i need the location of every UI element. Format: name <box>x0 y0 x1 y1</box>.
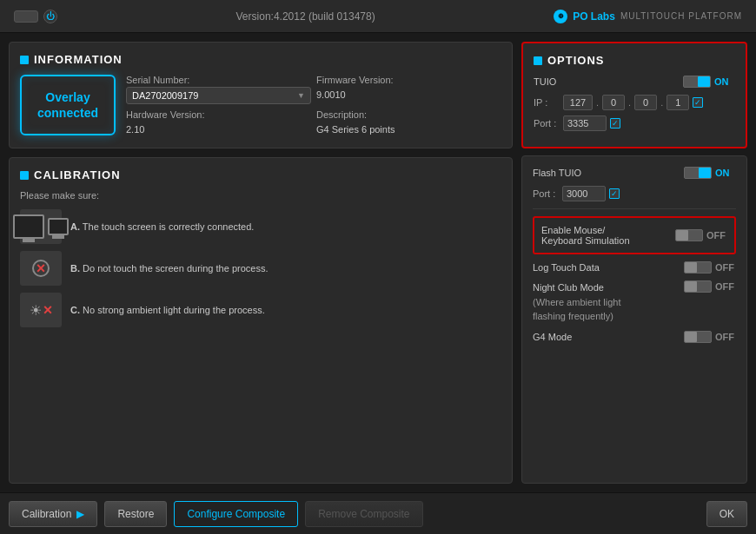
options-title: OPTIONS <box>547 54 605 67</box>
night-club-row: Night Club Mode(Where ambient lightflash… <box>533 280 736 324</box>
mouse-kb-track[interactable] <box>675 229 703 241</box>
monitor-icon <box>13 214 44 239</box>
port-row: Port : ✓ <box>534 115 735 131</box>
description-value: G4 Series 6 points <box>316 122 501 137</box>
x-mark-c: × <box>43 302 53 318</box>
configure-composite-button[interactable]: Configure Composite <box>174 501 298 527</box>
version-text: Version:4.2012 (build 013478) <box>57 10 554 23</box>
calib-step-a: A. The touch screen is correctly connect… <box>20 209 501 244</box>
info-inner: Overlay connected Serial Number: DA27020… <box>20 75 501 137</box>
power-icon: ⏻ <box>46 11 55 21</box>
info-fields: Serial Number: DA2702009179 ▼ Firmware V… <box>126 75 501 137</box>
port-checkbox[interactable]: ✓ <box>610 118 620 129</box>
flash-port-row: Port : ✓ <box>533 186 736 201</box>
mouse-kb-toggle[interactable]: OFF <box>675 229 727 241</box>
info-indicator <box>20 56 29 64</box>
overlay-status-box: Overlay connected <box>20 75 116 135</box>
g4-mode-state: OFF <box>715 332 736 342</box>
tuio-thumb <box>698 76 710 87</box>
log-touch-thumb <box>685 262 697 273</box>
calibration-section: CALIBRATION Please make sure: A. The tou… <box>9 157 513 484</box>
power-button[interactable]: ⏻ <box>43 10 57 23</box>
options-indicator <box>534 56 542 65</box>
flash-tuio-state: ON <box>715 168 736 178</box>
calib-step-a-text: A. The touch screen is correctly connect… <box>70 221 254 232</box>
ok-button[interactable]: OK <box>706 501 747 527</box>
night-club-track[interactable] <box>684 280 712 293</box>
ip-field-4[interactable] <box>666 95 689 110</box>
hardware-field: Hardware Version: 2.10 <box>126 109 311 137</box>
mouse-kb-state: OFF <box>706 230 727 241</box>
ip-checkbox[interactable]: ✓ <box>693 97 703 108</box>
x-mark-b: × <box>36 260 46 276</box>
flash-tuio-label: Flash TUIO <box>533 168 581 178</box>
serial-label: Serial Number: <box>126 75 311 85</box>
hardware-value: 2.10 <box>126 122 311 137</box>
no-touch-circle: × <box>32 260 50 277</box>
flash-port-checkbox[interactable]: ✓ <box>609 188 620 199</box>
serial-input[interactable]: DA2702009179 ▼ <box>126 87 311 104</box>
options-header: OPTIONS <box>534 54 735 67</box>
ip-field-3[interactable] <box>634 95 657 110</box>
g4-mode-label: G4 Mode <box>533 332 572 342</box>
information-section: INFORMATION Overlay connected Serial Num… <box>9 42 513 148</box>
flash-tuio-toggle[interactable]: ON <box>684 167 736 179</box>
options-rest: Flash TUIO ON Port : ✓ Enable Mouse/Keyb… <box>521 155 747 484</box>
ip-label: IP : <box>534 97 560 108</box>
firmware-value: 9.0010 <box>316 87 501 102</box>
monitor-icon-2 <box>48 218 69 235</box>
log-touch-label: Log Touch Data <box>533 262 600 273</box>
calib-icon-c: ☀ × <box>20 293 62 327</box>
calib-step-c-text: C. No strong ambient light during the pr… <box>70 305 265 315</box>
g4-mode-toggle[interactable]: OFF <box>684 331 736 343</box>
ip-field-1[interactable] <box>563 95 593 110</box>
port-label: Port : <box>534 118 560 129</box>
calibration-arrow-icon: ▶ <box>76 508 84 520</box>
window-controls: ⏻ <box>14 10 57 23</box>
information-header: INFORMATION <box>20 53 501 66</box>
information-title: INFORMATION <box>34 53 123 66</box>
calibration-hint: Please make sure: <box>20 190 501 201</box>
brand-name: PO Labs <box>573 10 615 23</box>
bottom-bar: Calibration ▶ Restore Configure Composit… <box>0 492 756 534</box>
restore-button[interactable]: Restore <box>104 501 167 527</box>
mouse-kb-label: Enable Mouse/Keyboard Simulation <box>541 225 630 246</box>
tuio-toggle[interactable]: ON <box>683 76 735 88</box>
calib-icon-a <box>20 209 62 244</box>
mouse-kb-row: Enable Mouse/Keyboard Simulation OFF <box>541 225 727 246</box>
flash-tuio-track[interactable] <box>684 167 712 179</box>
options-section: OPTIONS TUIO ON IP : . . . <box>521 42 747 148</box>
left-panel: INFORMATION Overlay connected Serial Num… <box>9 42 513 484</box>
tuio-state: ON <box>714 76 735 87</box>
mouse-kb-highlight: Enable Mouse/Keyboard Simulation OFF <box>533 216 736 254</box>
divider-1 <box>533 208 736 209</box>
remove-composite-button[interactable]: Remove Composite <box>305 501 422 527</box>
flash-port-field[interactable] <box>562 186 606 201</box>
brand-area: ⊕ PO Labs MULTITOUCH PLATFORM <box>554 10 742 23</box>
ip-field-2[interactable] <box>602 95 625 110</box>
calibration-steps: A. The touch screen is correctly connect… <box>20 209 501 327</box>
night-club-state: OFF <box>715 281 736 292</box>
flash-tuio-row: Flash TUIO ON <box>533 167 736 179</box>
brand-tagline: MULTITOUCH PLATFORM <box>620 11 742 21</box>
log-touch-state: OFF <box>715 262 736 273</box>
port-field[interactable] <box>563 115 607 131</box>
night-club-thumb <box>685 281 697 292</box>
mouse-kb-thumb <box>676 230 688 241</box>
flash-tuio-thumb <box>699 168 711 178</box>
tuio-track[interactable] <box>683 76 711 88</box>
g4-mode-thumb <box>685 332 697 342</box>
g4-mode-track[interactable] <box>684 331 712 343</box>
brand-logo: ⊕ <box>554 10 567 23</box>
night-club-toggle[interactable]: OFF <box>684 280 736 293</box>
log-touch-toggle[interactable]: OFF <box>684 261 736 274</box>
g4-mode-row: G4 Mode OFF <box>533 331 736 343</box>
minimize-button[interactable] <box>14 10 38 23</box>
calibration-title: CALIBRATION <box>34 168 121 181</box>
description-label: Description: <box>316 109 501 120</box>
serial-field: Serial Number: DA2702009179 ▼ <box>126 75 311 104</box>
calib-step-b-text: B. Do not touch the screen during the pr… <box>70 263 268 274</box>
log-touch-row: Log Touch Data OFF <box>533 261 736 274</box>
log-touch-track[interactable] <box>684 261 712 274</box>
calibration-button[interactable]: Calibration ▶ <box>9 501 97 527</box>
